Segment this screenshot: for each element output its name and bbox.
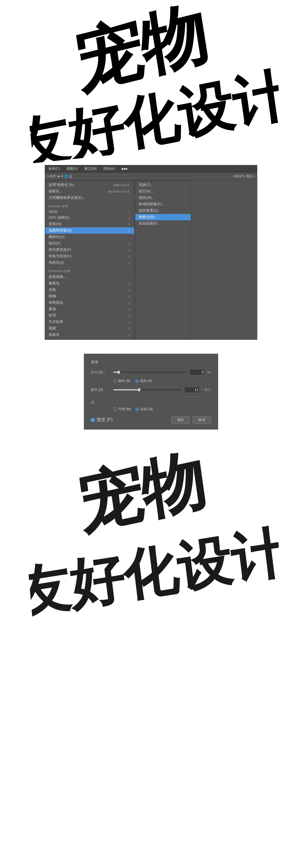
menu-blur[interactable]: 模糊 › [45, 293, 134, 300]
radio-sharp-circle[interactable] [135, 407, 139, 411]
detail-slider-fill [113, 389, 137, 391]
menu-path[interactable]: 路径(P) › [45, 240, 134, 247]
menu-brush-stroke[interactable]: 画笔描边 › [45, 300, 134, 306]
menu-distort-transform[interactable]: 扭曲和变换(D) › [45, 227, 134, 234]
radio-sharp[interactable]: 尖锐 (N) [135, 407, 153, 412]
menu-pathfinder[interactable]: 路径查找器(F) › [45, 247, 134, 253]
menu-distort[interactable]: 扭曲 › [45, 287, 134, 293]
detail-unit: / 英寸 [203, 388, 211, 392]
radio-relative-circle[interactable] [113, 379, 117, 383]
ps-ui-section: 效果(C) 视图(V) 窗口(W) 帮助(H) ■■■ > 样式: ■ ▼ 🌐 … [0, 157, 302, 348]
size-unit: px [208, 370, 211, 374]
radio-smooth-label: 平滑 (M) [118, 407, 131, 412]
detail-slider[interactable] [113, 389, 181, 391]
menu-item-effect[interactable]: 效果(C) [47, 166, 61, 172]
ps-toolbar-label: > 样式: ■ ▼ 🌐 边 [47, 174, 72, 178]
point-radio-group: 平滑 (M) 尖锐 (N) [113, 407, 211, 412]
section-illustrator: Illustrator 效果 [45, 203, 134, 209]
submenu-zigzag[interactable]: 波纹效果(Z)... [135, 208, 191, 214]
radio-absolute-label: 绝对 (A) [140, 379, 152, 383]
menu-item-window[interactable]: 窗口(W) [83, 166, 98, 172]
dialog-footer: ✓ 预览 (P) 确定 取消 [91, 416, 211, 424]
preview-checkbox[interactable]: ✓ [91, 418, 95, 422]
detail-slider-thumb[interactable] [137, 388, 141, 392]
size-radio-group: 相对 (R) 绝对 (A) [113, 379, 211, 383]
separator2 [48, 267, 132, 267]
section-photoshop: Photoshop 效果 [45, 268, 134, 274]
menu-svg-filter[interactable]: SVG 滤镜(G) › [45, 215, 134, 221]
menu-stylize-il[interactable]: 风格化(S) › [45, 259, 134, 266]
menu-convert-shape[interactable]: 转换为形状(V) › [45, 253, 134, 259]
menu-roughen[interactable]: 粗糙化... Alt+Shift+Ctrl+E [45, 188, 134, 195]
detail-input[interactable] [184, 387, 200, 393]
point-section-label: 点 [91, 400, 211, 405]
submenu-pucker-bloat[interactable]: 收缩和膨胀(P)... [135, 201, 191, 208]
preview-checkbox-area[interactable]: ✓ 预览 (P) [91, 417, 113, 423]
menu-apply-roughen[interactable]: 应用"粗糙化"(A) Shift+Ctrl+E [45, 182, 134, 188]
ps-window: 效果(C) 视图(V) 窗口(W) 帮助(H) ■■■ > 样式: ■ ▼ 🌐 … [45, 165, 257, 340]
confirm-button[interactable]: 确定 [172, 416, 190, 424]
radio-sharp-label: 尖锐 (N) [140, 407, 153, 412]
menu-item-view[interactable]: 视图(V) [65, 166, 79, 172]
bottom-line1-text: 宠物 [74, 443, 209, 541]
bottom-line2-text: 友好化设计 [18, 521, 284, 624]
menu-video[interactable]: 视频 › [45, 325, 134, 332]
roughen-dialog: 选项 大小 (S)： px 相对 (R) 绝对 (A) 细节 (D)： [84, 354, 218, 430]
submenu-twirl[interactable]: 扭转(W)... [135, 195, 191, 201]
size-slider[interactable] [113, 372, 186, 373]
separator1 [48, 202, 132, 202]
radio-relative-label: 相对 (R) [118, 379, 130, 383]
preview-label: 预览 (P) [96, 417, 113, 423]
menu-effect-gallery[interactable]: 效果画廊... [45, 274, 134, 280]
menu-pixelate[interactable]: 像素化 › [45, 280, 134, 287]
radio-smooth-circle[interactable] [113, 407, 117, 411]
detail-label: 细节 (D)： [91, 388, 111, 392]
ps-submenu-distort[interactable]: 变换(T)... 扭拧(K)... 扭转(W)... 收缩和膨胀(P)... 波… [135, 180, 191, 339]
menu-item-extra[interactable]: ■■■ [120, 166, 129, 172]
menu-3d[interactable]: 3D(3) › [45, 209, 134, 215]
checkbox-check-icon: ✓ [92, 418, 94, 422]
radio-smooth[interactable]: 平滑 (M) [113, 407, 131, 412]
menu-sketch[interactable]: 素描 › [45, 306, 134, 312]
size-input[interactable] [189, 369, 205, 375]
top-art-section: 宠物 友好化设计 [0, 0, 302, 157]
size-slider-thumb[interactable] [117, 371, 120, 374]
menu-warp[interactable]: 变形(W) › [45, 221, 134, 227]
ps-dropdown-menu[interactable]: 应用"粗糙化"(A) Shift+Ctrl+E 粗糙化... Alt+Shift… [45, 180, 134, 339]
ps-content-area: 应用"粗糙化"(A) Shift+Ctrl+E 粗糙化... Alt+Shift… [45, 180, 257, 339]
ps-dialog-section: 选项 大小 (S)： px 相对 (R) 绝对 (A) 细节 (D)： [0, 348, 302, 435]
radio-absolute-circle[interactable] [135, 379, 139, 383]
dialog-size-row: 大小 (S)： px [91, 369, 211, 375]
ps-toolbar: > 样式: ■ ▼ 🌐 边 GB/GPU 预览 × [45, 173, 257, 180]
submenu-transform[interactable]: 变换(T)... [135, 182, 191, 188]
radio-absolute[interactable]: 绝对 (A) [135, 379, 152, 383]
submenu-free-distort[interactable]: 自由扭曲(F)... [135, 220, 191, 227]
menu-stylize-ps[interactable]: 风格化 › [45, 332, 134, 338]
submenu-twist[interactable]: 扭拧(K)... [135, 188, 191, 195]
ps-menu-bar[interactable]: 效果(C) 视图(V) 窗口(W) 帮助(H) ■■■ [45, 165, 257, 173]
menu-texture[interactable]: 纹理 › [45, 312, 134, 319]
radio-relative[interactable]: 相对 (R) [113, 379, 130, 383]
menu-raster-settings[interactable]: 文档栅格效果设置(E)... [45, 195, 134, 201]
top-calligraphy-svg: 宠物 友好化设计 [18, 0, 283, 163]
dialog-btn-group: 确定 取消 [172, 416, 211, 424]
bottom-art-section: 宠物 友好化设计 [0, 435, 302, 625]
menu-rasterize[interactable]: 栅格化(O) [45, 234, 134, 240]
size-label: 大小 (S)： [91, 370, 111, 375]
dialog-detail-row: 细节 (D)： / 英寸 [91, 387, 211, 393]
submenu-roughen[interactable]: 粗糙化(R)... [135, 214, 191, 220]
dialog-title: 选项 [91, 360, 211, 365]
menu-item-help[interactable]: 帮助(H) [102, 166, 116, 172]
menu-artistic[interactable]: 艺术效果 › [45, 319, 134, 325]
size-slider-fill [113, 372, 117, 373]
ps-tab-label[interactable]: GB/GPU 预览 × [233, 174, 255, 178]
cancel-button[interactable]: 取消 [193, 416, 211, 424]
dialog-divider [91, 396, 211, 397]
bottom-calligraphy-svg: 宠物 友好化设计 [18, 432, 284, 627]
